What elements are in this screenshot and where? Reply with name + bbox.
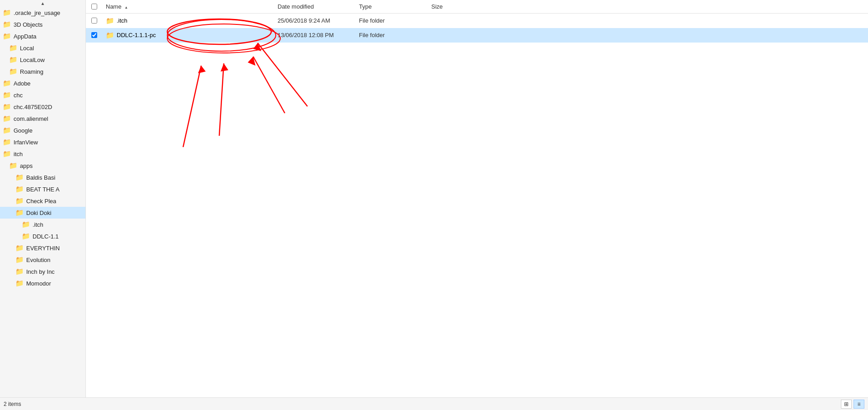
col-header-type[interactable]: Type: [355, 0, 428, 13]
sidebar-item-localLow[interactable]: 📁LocalLow: [0, 54, 85, 66]
folder-icon: 📁: [3, 79, 11, 87]
row-date: 25/06/2018 9:24 AM: [274, 15, 355, 26]
sidebar-item-label: .oracle_jre_usage: [14, 10, 60, 16]
sidebar-item-doki-doki[interactable]: 📁Doki Doki: [0, 207, 85, 219]
main-container: ▲ 📁.oracle_jre_usage📁3D Objects📁AppData📁…: [0, 0, 868, 397]
sidebar-item-chc[interactable]: 📁chc: [0, 89, 85, 101]
sidebar-item-label: Roaming: [20, 68, 43, 75]
sidebar-item-appdata[interactable]: 📁AppData: [0, 30, 85, 42]
sidebar-item-check-plea[interactable]: 📁Check Plea: [0, 195, 85, 207]
sidebar-item-label: Doki Doki: [26, 210, 52, 216]
folder-icon: 📁: [3, 91, 11, 99]
row-type: File folder: [355, 15, 428, 26]
folder-icon: 📁: [15, 267, 24, 276]
file-name: .itch: [117, 17, 127, 24]
content-area: Name ▲ Date modified Type Size 📁.itch25/…: [86, 0, 868, 397]
folder-icon: 📁: [15, 173, 24, 181]
sidebar-item-label: AppData: [14, 33, 37, 40]
sidebar-item-label: 3D Objects: [14, 21, 42, 28]
sidebar-item-beat-the[interactable]: 📁BEAT THE A: [0, 183, 85, 195]
header-checkbox[interactable]: [86, 4, 102, 10]
sidebar-item-momodor[interactable]: 📁Momodor: [0, 277, 85, 289]
sort-arrow-name: ▲: [124, 5, 128, 10]
row-type: File folder: [355, 30, 428, 40]
row-name: 📁.itch: [102, 15, 274, 27]
sidebar-item-label: LocalLow: [20, 57, 45, 63]
sidebar-item-adobe[interactable]: 📁Adobe: [0, 77, 85, 89]
folder-icon: 📁: [3, 32, 11, 40]
view-detail-button[interactable]: ⊞: [841, 400, 852, 409]
folder-icon: 📁: [3, 126, 11, 134]
view-list-button[interactable]: ≡: [854, 400, 864, 409]
select-all-checkbox[interactable]: [91, 4, 97, 10]
sidebar-item-ddlc-1-1[interactable]: 📁DDLC-1.1: [0, 230, 85, 242]
row-checkbox-input[interactable]: [91, 32, 97, 38]
folder-icon: 📁: [22, 220, 30, 229]
sidebar-item-label: Google: [14, 127, 33, 134]
sidebar-item-label: chc.4875E02D: [14, 104, 52, 110]
folder-icon: 📁: [15, 185, 24, 193]
row-checkbox[interactable]: [86, 32, 102, 38]
col-header-name[interactable]: Name ▲: [102, 0, 274, 13]
row-size: [428, 19, 482, 23]
sidebar-item-label: DDLC-1.1: [33, 233, 59, 240]
col-header-date[interactable]: Date modified: [274, 0, 355, 13]
sidebar-item-everything[interactable]: 📁EVERYTHIN: [0, 242, 85, 254]
folder-icon: 📁: [22, 232, 30, 240]
sidebar-item-label: Baldis Basi: [26, 174, 55, 181]
sidebar-item-irfanview[interactable]: 📁IrfanView: [0, 136, 85, 148]
folder-icon: 📁: [106, 31, 114, 39]
sidebar-item-google[interactable]: 📁Google: [0, 124, 85, 136]
sidebar-item-label: Adobe: [14, 80, 31, 87]
sidebar-item-chc4875[interactable]: 📁chc.4875E02D: [0, 101, 85, 113]
file-list-header: Name ▲ Date modified Type Size: [86, 0, 868, 14]
sidebar-item-label: Evolution: [26, 257, 50, 263]
folder-icon: 📁: [3, 103, 11, 111]
table-row[interactable]: 📁DDLC-1.1.1-pc13/06/2018 12:08 PMFile fo…: [86, 28, 868, 43]
row-date: 13/06/2018 12:08 PM: [274, 30, 355, 40]
folder-icon: 📁: [15, 256, 24, 264]
folder-icon: 📁: [3, 150, 11, 158]
sidebar-item-roaming[interactable]: 📁Roaming: [0, 66, 85, 77]
sidebar-item-label: Local: [20, 45, 34, 52]
folder-icon: 📁: [9, 56, 18, 64]
sidebar-item-apps[interactable]: 📁apps: [0, 160, 85, 172]
folder-icon: 📁: [3, 138, 11, 146]
folder-icon: 📁: [15, 279, 24, 287]
file-list-body: 📁.itch25/06/2018 9:24 AMFile folder📁DDLC…: [86, 14, 868, 397]
items-count: 2 items: [4, 401, 21, 407]
sidebar-item-oracle_jre_usage[interactable]: 📁.oracle_jre_usage: [0, 7, 85, 19]
sidebar-item-label: EVERYTHIN: [26, 245, 60, 252]
sidebar-item-inch-by-inc[interactable]: 📁Inch by Inc: [0, 266, 85, 277]
row-name: 📁DDLC-1.1.1-pc: [102, 29, 274, 41]
sidebar-item-label: Check Plea: [26, 198, 56, 205]
sidebar-item-label: BEAT THE A: [26, 186, 60, 193]
folder-icon: 📁: [3, 114, 11, 123]
folder-icon: 📁: [106, 17, 114, 25]
sidebar-item-baldis-basi[interactable]: 📁Baldis Basi: [0, 172, 85, 183]
sidebar: ▲ 📁.oracle_jre_usage📁3D Objects📁AppData📁…: [0, 0, 86, 397]
sidebar-item-label: .itch: [33, 221, 43, 228]
col-header-size[interactable]: Size: [428, 0, 482, 13]
scroll-up-indicator: ▲: [0, 0, 85, 7]
sidebar-item-label: Inch by Inc: [26, 268, 55, 275]
row-checkbox-input[interactable]: [91, 18, 97, 24]
file-name: DDLC-1.1.1-pc: [117, 32, 156, 38]
sidebar-item-evolution[interactable]: 📁Evolution: [0, 254, 85, 266]
sidebar-item-local[interactable]: 📁Local: [0, 42, 85, 54]
sidebar-item-dot-itch[interactable]: 📁.itch: [0, 219, 85, 230]
row-checkbox[interactable]: [86, 18, 102, 24]
table-row[interactable]: 📁.itch25/06/2018 9:24 AMFile folder: [86, 14, 868, 28]
sidebar-item-label: com.alienmel: [14, 115, 48, 122]
row-size: [428, 33, 482, 37]
folder-icon: 📁: [9, 44, 18, 52]
sidebar-item-itch[interactable]: 📁itch: [0, 148, 85, 160]
status-bar: 2 items ⊞ ≡: [0, 397, 868, 410]
view-toggle-group: ⊞ ≡: [841, 400, 864, 409]
folder-icon: 📁: [15, 244, 24, 252]
sidebar-item-label: chc: [14, 92, 23, 99]
sidebar-item-com-alienmel[interactable]: 📁com.alienmel: [0, 113, 85, 124]
sidebar-item-3d-objects[interactable]: 📁3D Objects: [0, 19, 85, 30]
folder-icon: 📁: [15, 197, 24, 205]
sidebar-item-label: Momodor: [26, 280, 51, 287]
